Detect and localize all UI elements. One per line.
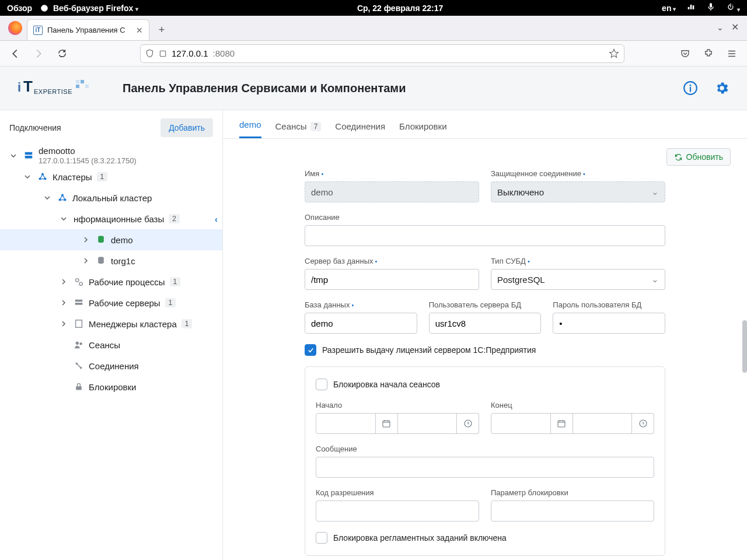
gear-icon[interactable] [714, 80, 729, 96]
info-icon[interactable] [683, 80, 698, 96]
power-icon[interactable] [726, 2, 740, 13]
session-block-panel: Блокировка начала сеансов Начало Конец [305, 366, 665, 556]
blockparam-field[interactable] [491, 501, 654, 522]
collapse-icon[interactable]: ‹ [215, 214, 218, 224]
dbpass-field[interactable] [553, 313, 665, 334]
chevron-right-icon[interactable] [58, 276, 69, 287]
chevron-down-icon[interactable] [8, 150, 19, 161]
tree-clusters[interactable]: Кластеры 1 [0, 166, 222, 187]
app-menu[interactable]: Веб-браузер Firefox [40, 4, 138, 13]
svg-rect-1 [160, 51, 165, 56]
extensions-icon[interactable] [699, 44, 718, 63]
mic-icon[interactable] [706, 2, 715, 13]
dbserver-field[interactable] [305, 269, 479, 290]
tree-wservers[interactable]: Рабочие серверы 1 [0, 292, 222, 313]
block-jobs-checkbox-row[interactable]: Блокировка регламентных заданий включена [316, 532, 654, 544]
calendar-icon[interactable] [551, 413, 573, 434]
app-header: i T EXPERTISE Панель Управления Сервисам… [0, 66, 747, 110]
window-close-icon[interactable]: ✕ [731, 22, 739, 33]
chevron-down-icon[interactable] [58, 214, 69, 224]
permcode-field[interactable] [316, 501, 479, 522]
tree-connections[interactable]: Соединения [0, 355, 222, 376]
tree-infobase-torg1c[interactable]: torg1c [0, 250, 222, 271]
content-tabs: demo Сеансы7 Соединения Блокировки [223, 110, 747, 139]
chevron-right-icon[interactable] [81, 235, 91, 245]
svg-rect-32 [383, 421, 390, 427]
checkbox-unchecked-icon[interactable] [316, 379, 327, 390]
users-icon [74, 340, 84, 350]
block-sessions-checkbox-row[interactable]: Блокировка начала сеансов [316, 379, 654, 390]
svg-rect-12 [25, 152, 33, 155]
dbname-field[interactable] [305, 313, 417, 334]
chevron-down-icon[interactable] [22, 172, 33, 182]
dbuser-field[interactable] [429, 313, 542, 334]
tree-sessions[interactable]: Сеансы [0, 334, 222, 355]
tree-local-cluster[interactable]: Локальный кластер [0, 187, 222, 208]
refresh-button[interactable]: Обновить [666, 148, 731, 166]
svg-rect-25 [75, 303, 83, 305]
new-tab-button[interactable]: + [153, 21, 170, 38]
svg-rect-6 [81, 80, 84, 83]
page-info-icon [159, 50, 167, 58]
lang-indicator[interactable]: en [662, 4, 676, 13]
chevron-right-icon[interactable] [81, 256, 91, 266]
reload-button[interactable] [53, 44, 71, 63]
tab-sessions[interactable]: Сеансы7 [275, 121, 322, 138]
gears-icon [74, 276, 84, 287]
end-date-field[interactable] [491, 413, 551, 434]
svg-rect-5 [76, 80, 79, 83]
tree-managers[interactable]: Менеджеры кластера 1 [0, 313, 222, 334]
chevron-right-icon[interactable] [58, 298, 69, 308]
checkbox-unchecked-icon[interactable] [316, 532, 327, 544]
os-clock[interactable]: Ср, 22 февраля 22:17 [138, 4, 662, 13]
tree-infobases[interactable]: нформационные базы 2 ‹ [0, 208, 222, 229]
license-checkbox-row[interactable]: Разрешить выдачу лицензий сервером 1С:Пр… [305, 344, 665, 356]
pocket-icon[interactable] [676, 44, 694, 63]
url-bar[interactable]: 127.0.0.1:8080 [140, 44, 624, 63]
label-dbtype: Тип СУБД [491, 257, 665, 265]
clock-icon[interactable] [457, 413, 479, 434]
add-button[interactable]: Добавить [160, 118, 213, 137]
browser-tab[interactable]: iT Панель Управления С ✕ [27, 19, 149, 40]
tree-connection[interactable]: demootto 127.0.0.1:1545 (8.3.22.1750) [0, 145, 222, 166]
page-title: Панель Управления Сервисами и Компонента… [123, 82, 406, 95]
calendar-icon[interactable] [376, 413, 398, 434]
tabs-dropdown-icon[interactable]: ⌄ [717, 23, 724, 32]
bookmark-star-icon[interactable] [609, 48, 619, 59]
dbtype-select[interactable]: PostgreSQL⌄ [491, 269, 665, 290]
connection-name: demootto [39, 146, 137, 156]
start-time-field[interactable] [398, 413, 458, 434]
tab-locks[interactable]: Блокировки [399, 121, 446, 138]
chevron-down-icon: ⌄ [651, 274, 659, 285]
tab-demo[interactable]: demo [239, 120, 261, 138]
svg-rect-7 [76, 85, 79, 88]
label-dbpass: Пароль пользователя БД [553, 300, 665, 309]
tree-wprocs[interactable]: Рабочие процессы 1 [0, 271, 222, 292]
svg-rect-26 [76, 320, 82, 328]
desc-field[interactable] [305, 225, 665, 246]
end-time-field[interactable] [573, 413, 633, 434]
shield-icon [145, 49, 154, 58]
firefox-tabbar: iT Панель Управления С ✕ + ⌄ ✕ [0, 16, 747, 41]
chevron-right-icon[interactable] [58, 318, 69, 329]
activities-button[interactable]: Обзор [7, 4, 32, 13]
message-field[interactable] [316, 457, 654, 478]
scrollbar-thumb[interactable] [742, 320, 747, 373]
tab-connections[interactable]: Соединения [335, 121, 385, 138]
checkbox-checked-icon[interactable] [305, 344, 316, 356]
tab-close-icon[interactable]: ✕ [136, 26, 143, 35]
tree-locks[interactable]: Блокировки [0, 376, 222, 397]
name-field [305, 181, 479, 202]
network-icon[interactable] [686, 2, 696, 13]
firefox-toolbar: 127.0.0.1:8080 [0, 41, 747, 66]
svg-rect-24 [75, 300, 83, 302]
chevron-down-icon: ⌄ [651, 187, 659, 197]
back-button[interactable] [6, 44, 25, 63]
tree-infobase-demo[interactable]: demo [0, 229, 222, 250]
cluster-icon [57, 192, 68, 203]
hamburger-menu-icon[interactable] [722, 44, 741, 63]
label-desc: Описание [305, 213, 665, 222]
clock-icon[interactable] [632, 413, 654, 434]
start-date-field[interactable] [316, 413, 376, 434]
chevron-down-icon[interactable] [42, 192, 53, 203]
